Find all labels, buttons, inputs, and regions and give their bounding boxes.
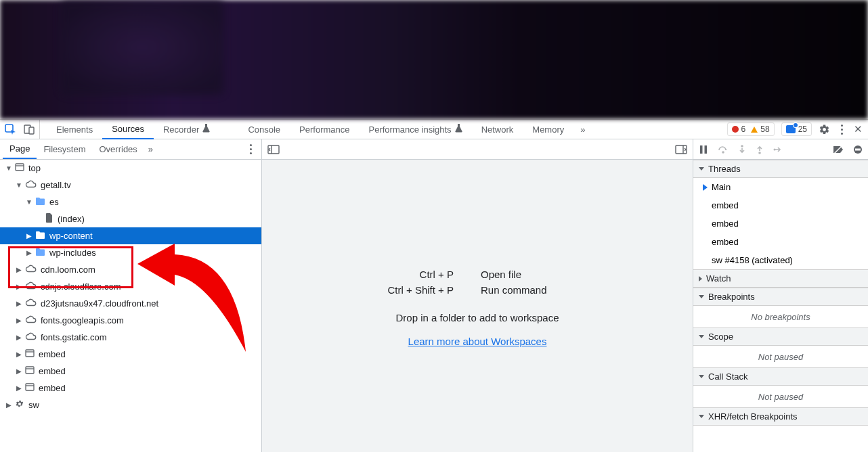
xhr-section-header[interactable]: XHR/fetch Breakpoints bbox=[693, 407, 868, 426]
chevron-down-icon[interactable]: ▼ bbox=[26, 198, 32, 206]
deactivate-breakpoints-icon[interactable] bbox=[833, 145, 844, 154]
tree-item-getall-tv[interactable]: ▼getall.tv bbox=[0, 177, 261, 194]
drop-hint-text: Drop in a folder to add to workspace bbox=[396, 312, 559, 323]
chevron-right-icon[interactable]: ▶ bbox=[16, 367, 22, 375]
sub-tab-page[interactable]: Page bbox=[3, 139, 37, 159]
tree-item-cdn-loom-com[interactable]: ▶cdn.loom.com bbox=[0, 261, 261, 278]
frame-icon bbox=[25, 383, 35, 393]
tree-item-embed[interactable]: ▶embed bbox=[0, 380, 261, 397]
step-icon[interactable] bbox=[773, 145, 783, 154]
settings-icon[interactable] bbox=[819, 124, 830, 135]
tree-item-label: getall.tv bbox=[41, 180, 71, 190]
more-tabs-icon[interactable]: » bbox=[573, 125, 592, 135]
chevron-right-icon[interactable]: ▶ bbox=[16, 384, 22, 392]
error-dot-icon bbox=[732, 126, 739, 133]
editor-drop-area[interactable]: Ctrl + POpen fileCtrl + Shift + PRun com… bbox=[262, 160, 693, 452]
tree-item-embed[interactable]: ▶embed bbox=[0, 346, 261, 363]
more-sub-tabs-icon[interactable]: » bbox=[148, 144, 153, 154]
thread-label: embed bbox=[712, 237, 739, 247]
chevron-right-icon[interactable]: ▶ bbox=[16, 317, 22, 324]
scope-title: Scope bbox=[708, 332, 733, 342]
tree-item-embed[interactable]: ▶embed bbox=[0, 363, 261, 380]
tree-item--index-[interactable]: (index) bbox=[0, 210, 261, 227]
thread-item[interactable]: Main bbox=[693, 178, 868, 196]
console-messages-pill[interactable]: 25 bbox=[781, 122, 812, 136]
navigator-more-icon[interactable] bbox=[250, 148, 252, 150]
pause-on-exceptions-icon[interactable] bbox=[853, 145, 863, 154]
tree-item-es[interactable]: ▼es bbox=[0, 194, 261, 210]
chevron-down-icon[interactable]: ▼ bbox=[5, 164, 12, 172]
tree-item-wp-includes[interactable]: ▶wp-includes bbox=[0, 244, 261, 261]
threads-section-header[interactable]: Threads bbox=[693, 160, 868, 178]
more-options-icon[interactable] bbox=[841, 129, 843, 131]
tree-item-cdnjs-cloudflare-com[interactable]: ▶cdnjs.cloudflare.com bbox=[0, 278, 261, 295]
svg-point-17 bbox=[722, 151, 724, 154]
tab-performance-insights[interactable]: Performance insights bbox=[360, 120, 472, 139]
learn-workspaces-link[interactable]: Learn more about Workspaces bbox=[408, 336, 547, 347]
cloud-icon bbox=[25, 281, 37, 292]
callstack-title: Call Stack bbox=[708, 371, 748, 382]
tree-item-label: wp-content bbox=[49, 231, 93, 241]
tree-item-fonts-googleapis-com[interactable]: ▶fonts.googleapis.com bbox=[0, 312, 261, 329]
tree-item-top[interactable]: ▼top bbox=[0, 160, 261, 177]
tab-elements[interactable]: Elements bbox=[47, 120, 102, 139]
sub-tab-overrides[interactable]: Overrides bbox=[93, 139, 144, 159]
chevron-right-icon[interactable]: ▶ bbox=[16, 351, 22, 358]
thread-item[interactable]: embed bbox=[693, 214, 868, 233]
callstack-section-header[interactable]: Call Stack bbox=[693, 367, 868, 386]
scope-section-header[interactable]: Scope bbox=[693, 327, 868, 346]
tree-item-sw[interactable]: ▶sw bbox=[0, 397, 261, 413]
chevron-down-icon[interactable]: ▼ bbox=[16, 181, 22, 189]
tree-item-label: sw bbox=[28, 400, 39, 410]
shortcut-keys: Ctrl + P bbox=[379, 269, 454, 280]
chevron-right-icon[interactable]: ▶ bbox=[26, 249, 32, 256]
tab-network[interactable]: Network bbox=[472, 120, 523, 139]
tree-item-label: fonts.googleapis.com bbox=[41, 315, 124, 325]
gear-icon bbox=[15, 399, 24, 411]
step-out-icon[interactable] bbox=[756, 145, 764, 154]
svg-rect-3 bbox=[16, 164, 24, 171]
tab-sources[interactable]: Sources bbox=[102, 120, 154, 139]
close-devtools-icon[interactable]: ✕ bbox=[854, 123, 863, 135]
chevron-right-icon[interactable]: ▶ bbox=[16, 334, 22, 341]
tree-item-fonts-gstatic-com[interactable]: ▶fonts.gstatic.com bbox=[0, 329, 261, 346]
step-into-icon[interactable] bbox=[738, 145, 746, 154]
toggle-navigator-icon[interactable] bbox=[267, 145, 280, 154]
device-toolbar-icon[interactable] bbox=[23, 123, 35, 135]
chevron-right-icon[interactable]: ▶ bbox=[16, 283, 22, 290]
thread-item[interactable]: embed bbox=[693, 233, 868, 251]
tree-item-wp-content[interactable]: ▶wp-content bbox=[0, 227, 261, 244]
tree-item-label: fonts.gstatic.com bbox=[41, 332, 107, 342]
console-errors-warnings-pill[interactable]: 6 58 bbox=[727, 122, 775, 136]
tree-item-d23jutsnau9x47-cloudfront-net[interactable]: ▶d23jutsnau9x47.cloudfront.net bbox=[0, 295, 261, 312]
messages-icon bbox=[786, 125, 796, 133]
chevron-right-icon[interactable]: ▶ bbox=[5, 401, 12, 409]
tree-item-label: embed bbox=[39, 366, 66, 376]
watch-section-header[interactable]: Watch bbox=[693, 269, 868, 288]
file-tree[interactable]: ▼top▼getall.tv▼es(index)▶wp-content▶wp-i… bbox=[0, 160, 261, 452]
toggle-debugger-icon[interactable] bbox=[675, 145, 687, 154]
chevron-right-icon[interactable]: ▶ bbox=[16, 266, 22, 273]
svg-rect-9 bbox=[26, 384, 34, 390]
breakpoints-section-header[interactable]: Breakpoints bbox=[693, 288, 868, 306]
svg-rect-11 bbox=[268, 145, 279, 154]
page-card-blur bbox=[61, 0, 223, 95]
tree-item-label: cdnjs.cloudflare.com bbox=[41, 281, 121, 292]
file-icon bbox=[45, 213, 53, 225]
thread-item[interactable]: sw #4158 (activated) bbox=[693, 251, 868, 269]
sub-tab-filesystem[interactable]: Filesystem bbox=[37, 139, 92, 159]
pause-icon[interactable] bbox=[699, 145, 708, 154]
shortcut-row: Ctrl + POpen file bbox=[379, 269, 576, 280]
tree-item-label: wp-includes bbox=[49, 248, 96, 258]
thread-item[interactable]: embed bbox=[693, 196, 868, 214]
tab-memory[interactable]: Memory bbox=[523, 120, 573, 139]
step-over-icon[interactable] bbox=[718, 145, 729, 154]
tab-recorder[interactable]: Recorder bbox=[154, 120, 219, 139]
inspect-element-icon[interactable] bbox=[4, 123, 16, 135]
chevron-right-icon[interactable]: ▶ bbox=[26, 232, 32, 240]
svg-point-20 bbox=[774, 148, 776, 150]
chevron-right-icon[interactable]: ▶ bbox=[16, 300, 22, 307]
scope-empty: Not paused bbox=[693, 346, 868, 367]
tab-performance[interactable]: Performance bbox=[290, 120, 359, 139]
tab-console[interactable]: Console bbox=[238, 120, 290, 139]
